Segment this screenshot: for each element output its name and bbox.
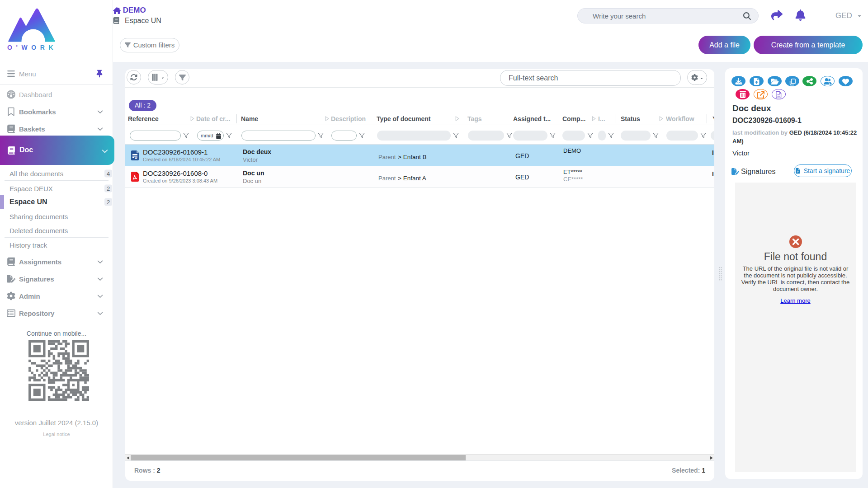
svg-text:w: w bbox=[134, 156, 137, 160]
svg-text:O'WORK: O'WORK bbox=[7, 44, 56, 51]
